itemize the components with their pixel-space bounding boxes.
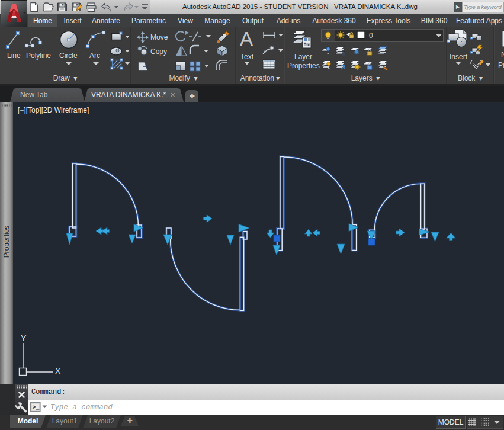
svg-text:Circle: Circle (59, 52, 78, 60)
svg-text:Arc: Arc (89, 52, 100, 60)
svg-text:X: X (55, 366, 61, 376)
svg-text:>_: >_ (33, 405, 40, 411)
svg-text:Y: Y (21, 333, 27, 343)
svg-text:Copy: Copy (150, 47, 167, 56)
svg-text:Text: Text (240, 53, 254, 61)
svg-text:Insert: Insert (450, 53, 468, 61)
svg-text:Move: Move (150, 33, 168, 41)
svg-text:Properties: Properties (287, 62, 320, 70)
svg-text:Layer: Layer (294, 53, 312, 61)
svg-text:Pre: Pre (498, 61, 504, 69)
svg-text:0: 0 (369, 31, 373, 40)
svg-text:Polyline: Polyline (26, 52, 51, 60)
svg-text:Line: Line (7, 52, 21, 60)
svg-text:A: A (240, 28, 253, 50)
svg-text:N: N (501, 50, 504, 59)
